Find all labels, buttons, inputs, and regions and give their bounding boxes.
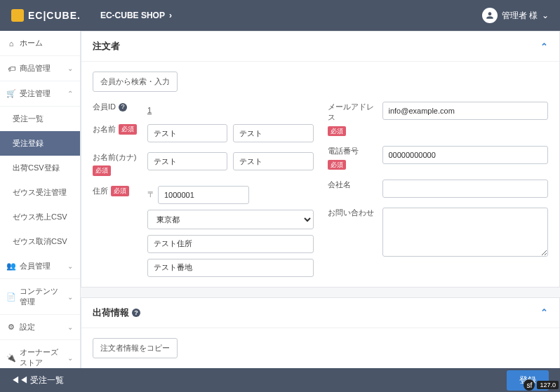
panel-title: 出荷情報 bbox=[93, 306, 129, 319]
sidebar-item-orders[interactable]: 🛒受注管理⌃ bbox=[0, 81, 80, 107]
avatar-icon bbox=[482, 8, 498, 23]
brand-text: EC|CUBE bbox=[28, 10, 77, 21]
help-icon[interactable]: ? bbox=[132, 309, 140, 317]
response-time-badge: 127.0 bbox=[537, 381, 559, 389]
debug-toolbar[interactable]: sf 127.0 bbox=[524, 379, 559, 391]
kana-label: お名前(カナ) bbox=[93, 152, 136, 163]
member-id-label: 会員ID bbox=[93, 102, 116, 112]
search-member-button[interactable]: 会員から検索・入力 bbox=[93, 72, 178, 92]
gear-icon: ⚙ bbox=[7, 323, 15, 332]
symfony-icon: sf bbox=[524, 379, 535, 391]
sidebar-item-zeus-orders[interactable]: ゼウス受注管理 bbox=[0, 180, 80, 205]
company-label: 会社名 bbox=[328, 180, 351, 190]
home-icon: ⌂ bbox=[7, 39, 15, 48]
sidebar-item-shipping-csv[interactable]: 出荷CSV登録 bbox=[0, 156, 80, 180]
main-content: 注文者 ⌃ 会員から検索・入力 会員ID? 1 お名前必須 bbox=[81, 31, 560, 368]
contact-label: お問い合わせ bbox=[328, 208, 374, 218]
orderer-panel-heading: 注文者 ⌃ bbox=[81, 32, 559, 62]
user-name: 管理者 様 bbox=[502, 10, 538, 22]
sidebar-item-home[interactable]: ⌂ホーム bbox=[0, 31, 80, 56]
required-badge: 必須 bbox=[119, 124, 137, 135]
sidebar-item-owners-store[interactable]: 🔌オーナーズストア⌄ bbox=[0, 340, 80, 368]
member-id-link[interactable]: 1 bbox=[147, 102, 314, 114]
plug-icon: 🔌 bbox=[7, 353, 15, 363]
company-input[interactable] bbox=[382, 180, 549, 198]
panel-title: 注文者 bbox=[93, 40, 120, 53]
chevron-down-icon: ⌄ bbox=[67, 262, 73, 270]
required-badge: 必須 bbox=[328, 126, 346, 137]
chevron-right-icon: › bbox=[169, 11, 172, 20]
required-badge: 必須 bbox=[93, 165, 111, 176]
tel-label: 電話番号 bbox=[328, 146, 359, 156]
cart-icon: 🛒 bbox=[7, 89, 15, 98]
help-icon[interactable]: ? bbox=[119, 103, 127, 111]
doc-icon: 📄 bbox=[7, 292, 15, 302]
brand-dot: . bbox=[77, 10, 81, 21]
name-label: お名前 bbox=[93, 124, 116, 135]
shipping-panel: 出荷情報? ⌃ 注文者情報をコピー お名前必須 bbox=[81, 297, 560, 368]
name-mei-input[interactable] bbox=[233, 124, 313, 142]
contact-textarea[interactable] bbox=[382, 208, 549, 257]
sidebar-item-zeus-sales-csv[interactable]: ゼウス売上CSV bbox=[0, 205, 80, 229]
sidebar-item-contents[interactable]: 📄コンテンツ管理⌄ bbox=[0, 279, 80, 315]
prefecture-select[interactable]: 東京都 bbox=[147, 210, 314, 229]
back-link[interactable]: ◀◀ 受注一覧 bbox=[11, 374, 64, 386]
brand-logo[interactable]: EC|CUBE. bbox=[11, 9, 81, 22]
required-badge: 必須 bbox=[328, 160, 346, 170]
sidebar-item-products[interactable]: 🏷商品管理⌄ bbox=[0, 56, 80, 81]
chevron-down-icon: ⌄ bbox=[67, 65, 73, 72]
sidebar-item-order-list[interactable]: 受注一覧 bbox=[0, 107, 80, 131]
users-icon: 👥 bbox=[7, 262, 15, 271]
action-bar: ◀◀ 受注一覧 登録 bbox=[0, 368, 560, 392]
collapse-toggle[interactable]: ⌃ bbox=[540, 41, 548, 52]
sidebar-item-settings[interactable]: ⚙設定⌄ bbox=[0, 315, 80, 340]
orderer-panel: 注文者 ⌃ 会員から検索・入力 会員ID? 1 お名前必須 bbox=[81, 31, 560, 288]
copy-orderer-button[interactable]: 注文者情報をコピー bbox=[93, 338, 178, 358]
email-label: メールアドレス bbox=[328, 102, 377, 123]
kana-mei-input[interactable] bbox=[233, 152, 313, 170]
sidebar-item-members[interactable]: 👥会員管理⌄ bbox=[0, 254, 80, 279]
tag-icon: 🏷 bbox=[7, 65, 15, 73]
app-header: EC|CUBE. EC-CUBE SHOP› 管理者 様 ⌄ bbox=[0, 0, 560, 31]
zip-input[interactable] bbox=[158, 186, 249, 204]
chevron-down-icon: ⌄ bbox=[542, 11, 549, 20]
sidebar-item-order-register[interactable]: 受注登録 bbox=[0, 131, 80, 156]
shipping-panel-heading: 出荷情報? ⌃ bbox=[81, 298, 559, 328]
zip-prefix: 〒 bbox=[147, 189, 155, 200]
sidebar-item-zeus-cancel-csv[interactable]: ゼウス取消CSV bbox=[0, 229, 80, 254]
name-sei-input[interactable] bbox=[147, 124, 227, 142]
addr-label: 住所 bbox=[93, 186, 108, 196]
tel-input[interactable] bbox=[382, 146, 549, 164]
user-menu[interactable]: 管理者 様 ⌄ bbox=[482, 8, 549, 23]
cube-icon bbox=[11, 9, 24, 22]
shop-link[interactable]: EC-CUBE SHOP› bbox=[100, 11, 172, 20]
addr2-input[interactable] bbox=[147, 259, 314, 277]
chevron-down-icon: ⌄ bbox=[67, 323, 73, 331]
sidebar: ⌂ホーム 🏷商品管理⌄ 🛒受注管理⌃ 受注一覧 受注登録 出荷CSV登録 ゼウス… bbox=[0, 31, 81, 368]
chevron-down-icon: ⌄ bbox=[67, 293, 73, 301]
chevron-up-icon: ⌃ bbox=[67, 90, 73, 97]
addr1-input[interactable] bbox=[147, 235, 314, 253]
kana-sei-input[interactable] bbox=[147, 152, 227, 170]
chevron-down-icon: ⌄ bbox=[67, 354, 73, 362]
collapse-toggle[interactable]: ⌃ bbox=[540, 307, 548, 318]
email-input[interactable] bbox=[382, 102, 549, 120]
required-badge: 必須 bbox=[111, 186, 129, 196]
rewind-icon: ◀◀ bbox=[11, 375, 28, 385]
